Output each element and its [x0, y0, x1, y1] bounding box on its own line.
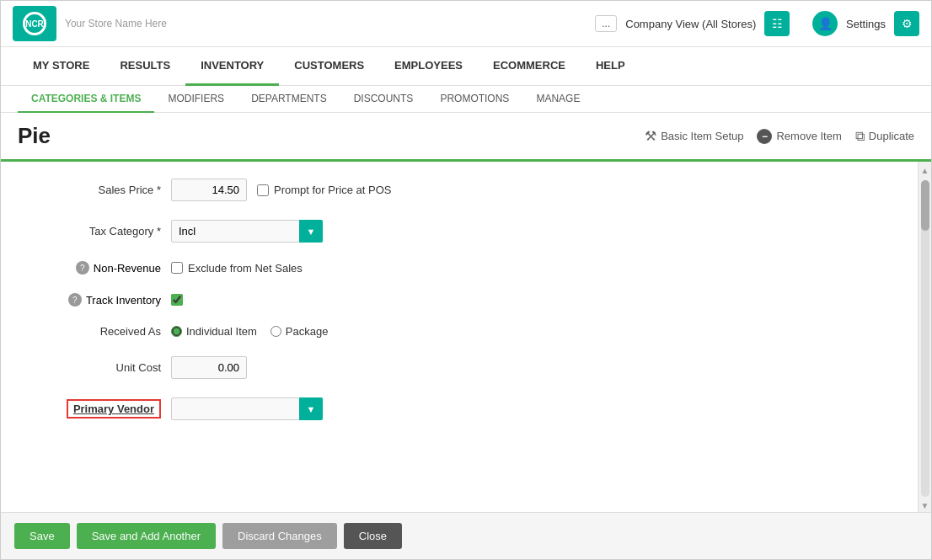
track-inventory-label: Track Inventory — [86, 294, 161, 307]
individual-item-radio[interactable] — [171, 326, 182, 337]
non-revenue-label: Non-Revenue — [94, 262, 161, 275]
subnav-discounts[interactable]: DISCOUNTS — [340, 86, 427, 113]
sub-nav: CATEGORIES & ITEMS MODIFIERS DEPARTMENTS… — [1, 86, 931, 113]
package-radio[interactable] — [270, 326, 281, 337]
main-content: Sales Price * Prompt for Price at POS Ta… — [1, 162, 931, 512]
track-inventory-label-group: ? Track Inventory — [26, 293, 161, 307]
non-revenue-row: ? Non-Revenue Exclude from Net Sales — [26, 261, 892, 275]
prompt-for-price-label: Prompt for Price at POS — [274, 184, 391, 196]
page-header: Pie ⚒ Basic Item Setup − Remove Item ⧉ D… — [1, 113, 931, 162]
primary-vendor-select[interactable] — [171, 397, 323, 420]
settings-label: Settings — [846, 18, 886, 30]
individual-item-radio-label[interactable]: Individual Item — [171, 325, 257, 338]
main-nav: MY STORE RESULTS INVENTORY CUSTOMERS EMP… — [1, 47, 931, 86]
nav-inventory[interactable]: INVENTORY — [185, 47, 279, 86]
page-actions: ⚒ Basic Item Setup − Remove Item ⧉ Dupli… — [645, 128, 914, 144]
copy-icon: ⧉ — [855, 129, 865, 144]
non-revenue-help-icon[interactable]: ? — [76, 261, 89, 275]
close-button[interactable]: Close — [344, 523, 402, 549]
package-radio-label[interactable]: Package — [270, 325, 329, 338]
non-revenue-label-group: ? Non-Revenue — [26, 261, 161, 275]
subnav-manage[interactable]: MANAGE — [522, 86, 593, 113]
exclude-net-sales-label: Exclude from Net Sales — [188, 262, 303, 275]
track-inventory-row: ? Track Inventory — [26, 293, 892, 307]
package-label: Package — [286, 325, 329, 338]
primary-vendor-link[interactable]: Primary Vendor — [67, 399, 161, 419]
save-and-add-button[interactable]: Save and Add Another — [77, 523, 216, 549]
wrench-icon: ⚒ — [645, 128, 656, 144]
received-as-radio-group: Individual Item Package — [171, 325, 328, 338]
individual-item-label: Individual Item — [186, 325, 257, 338]
unit-cost-label: Unit Cost — [26, 361, 161, 374]
save-button[interactable]: Save — [14, 523, 70, 549]
exclude-net-sales-checkbox-label[interactable]: Exclude from Net Sales — [171, 262, 303, 275]
scroll-track[interactable] — [921, 180, 929, 497]
nav-results[interactable]: RESULTS — [104, 47, 185, 86]
scroll-thumb[interactable] — [921, 180, 929, 231]
nav-my-store[interactable]: MY STORE — [18, 47, 104, 86]
basic-item-setup-button[interactable]: ⚒ Basic Item Setup — [645, 128, 743, 144]
user-avatar-icon[interactable]: 👤 — [812, 11, 838, 36]
discard-changes-button[interactable]: Discard Changes — [222, 523, 337, 549]
unit-cost-input[interactable] — [171, 356, 247, 379]
scroll-up-arrow[interactable]: ▲ — [921, 165, 929, 177]
prompt-for-price-checkbox[interactable] — [257, 184, 269, 196]
unit-cost-row: Unit Cost — [26, 356, 892, 379]
basic-item-setup-label: Basic Item Setup — [661, 130, 743, 142]
nav-help[interactable]: HELP — [581, 47, 640, 86]
ncr-logo-circle: NCR — [23, 12, 46, 35]
sales-price-input[interactable] — [171, 179, 247, 201]
store-icon[interactable]: ☷ — [764, 11, 790, 36]
duplicate-button[interactable]: ⧉ Duplicate — [855, 129, 914, 144]
duplicate-label: Duplicate — [869, 130, 914, 142]
tax-category-label: Tax Category * — [26, 225, 161, 237]
tax-category-select-wrapper: Incl Excl ▼ — [171, 220, 323, 243]
user-name-label — [798, 18, 804, 29]
page-title: Pie — [18, 123, 51, 149]
track-inventory-help-icon[interactable]: ? — [68, 293, 82, 307]
scroll-down-arrow[interactable]: ▼ — [921, 500, 929, 512]
form-area: Sales Price * Prompt for Price at POS Ta… — [1, 162, 918, 512]
exclude-net-sales-checkbox[interactable] — [171, 262, 183, 274]
minus-icon: − — [757, 129, 772, 144]
subnav-modifiers[interactable]: MODIFIERS — [154, 86, 238, 113]
tax-category-select[interactable]: Incl Excl — [171, 220, 323, 243]
track-inventory-checkbox[interactable] — [171, 294, 183, 306]
nav-employees[interactable]: EMPLOYEES — [379, 47, 478, 86]
sales-price-row: Sales Price * Prompt for Price at POS — [26, 179, 892, 201]
ncr-logo: NCR — [13, 6, 56, 41]
nav-customers[interactable]: CUSTOMERS — [279, 47, 379, 86]
prompt-for-price-checkbox-label[interactable]: Prompt for Price at POS — [257, 184, 391, 196]
store-name: Your Store Name Here — [65, 18, 587, 29]
received-as-row: Received As Individual Item Package — [26, 325, 892, 338]
sales-price-label: Sales Price * — [26, 184, 161, 196]
subnav-categories-items[interactable]: CATEGORIES & ITEMS — [18, 86, 154, 113]
subnav-promotions[interactable]: PROMOTIONS — [426, 86, 522, 113]
tax-category-row: Tax Category * Incl Excl ▼ — [26, 220, 892, 243]
scrollbar[interactable]: ▲ ▼ — [918, 162, 931, 512]
nav-ecommerce[interactable]: ECOMMERCE — [478, 47, 581, 86]
remove-item-label: Remove Item — [776, 130, 841, 142]
top-bar: NCR Your Store Name Here ... Company Vie… — [1, 1, 931, 47]
footer-bar: Save Save and Add Another Discard Change… — [1, 512, 931, 559]
primary-vendor-select-wrapper: ▼ — [171, 397, 323, 420]
ellipsis-button[interactable]: ... — [595, 15, 617, 32]
remove-item-button[interactable]: − Remove Item — [757, 129, 841, 144]
settings-gear-icon[interactable]: ⚙ — [894, 11, 919, 36]
primary-vendor-label-cell: Primary Vendor — [26, 399, 161, 419]
primary-vendor-row: Primary Vendor ▼ — [26, 397, 892, 420]
received-as-label: Received As — [26, 325, 161, 338]
subnav-departments[interactable]: DEPARTMENTS — [238, 86, 340, 113]
company-view-label: Company View (All Stores) — [625, 18, 756, 30]
